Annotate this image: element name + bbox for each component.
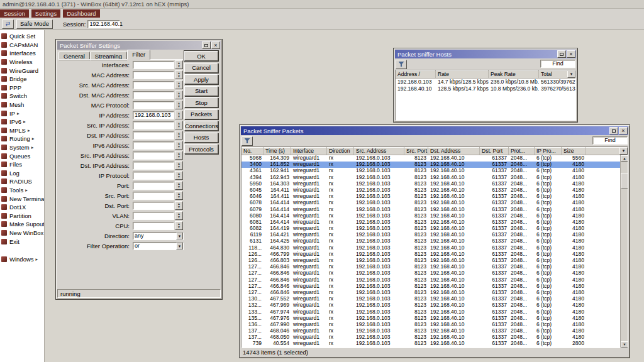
field-input[interactable]: ▼ — [133, 151, 174, 160]
field-input[interactable]: ▼ — [133, 61, 174, 69]
column-header-dst-port[interactable]: Dst. Port — [480, 147, 509, 155]
field-input[interactable]: ▼ — [133, 91, 174, 99]
sidebar-item[interactable]: System ▸ — [0, 143, 44, 152]
sidebar-item[interactable]: WireGuard ▸ — [0, 66, 44, 75]
sidebar-item[interactable]: PPP ▸ — [0, 84, 44, 92]
menu-item[interactable]: Session — [0, 9, 29, 18]
table-row[interactable]: 6078 164.414 wireguard1 rx 192.168.0.103… — [242, 200, 628, 206]
settings-button[interactable]: Connections — [184, 121, 218, 131]
table-row[interactable]: 739 40.554 wireguard1 rx 192.168.0.103 8… — [242, 341, 628, 347]
sidebar-item[interactable]: Wireless ▸ — [0, 58, 44, 67]
table-row[interactable]: 6119 164.421 wireguard1 rx 192.168.0.103… — [242, 232, 628, 238]
table-row[interactable]: 5968 164.309 wireguard1 rx 192.168.0.103… — [242, 155, 628, 162]
tab[interactable]: Filter — [127, 50, 150, 60]
table-row[interactable]: 6131 164.425 wireguard1 rx 192.168.0.103… — [242, 238, 628, 244]
column-header-address[interactable]: Address / — [396, 70, 436, 78]
sidebar-item[interactable]: Exit ▸ — [0, 237, 44, 246]
settings-button[interactable]: Protocols — [184, 144, 218, 154]
updown-toggle[interactable]: ▲ ▼ — [175, 111, 183, 119]
table-row[interactable]: 126... 466.803 wireguard1 rx 192.168.0.1… — [242, 258, 628, 264]
sidebar-item[interactable]: New Terminal ▸ — [0, 194, 44, 203]
sidebar-item[interactable]: Mesh ▸ — [0, 101, 44, 109]
updown-toggle[interactable]: ▲ ▼ — [175, 101, 183, 109]
updown-toggle[interactable]: ▲ ▼ — [175, 181, 183, 190]
updown-toggle[interactable]: ▲ ▼ — [175, 131, 183, 140]
column-header-src-address[interactable]: Src. Address — [354, 147, 404, 155]
field-input[interactable]: any ▼ — [133, 232, 184, 240]
field-input[interactable]: ▼ — [133, 222, 174, 230]
column-header-no[interactable]: No. — [242, 147, 264, 155]
column-header-peak-rate[interactable]: Peak Rate — [489, 70, 539, 78]
sidebar-item[interactable]: Tools ▸ — [0, 186, 44, 195]
table-row[interactable]: 136... 467.990 wireguard1 rx 192.168.0.1… — [242, 322, 628, 328]
column-header-direction[interactable]: Direction — [327, 147, 354, 155]
field-input[interactable]: ▼ — [133, 121, 174, 129]
table-row[interactable]: 6079 164.414 wireguard1 rx 192.168.0.103… — [242, 207, 628, 213]
scroll-down-button[interactable]: ▼ — [621, 341, 628, 348]
table-row[interactable]: 6081 164.414 wireguard1 rx 192.168.0.103… — [242, 219, 628, 226]
updown-toggle[interactable]: ▲ ▼ — [175, 90, 183, 99]
table-row[interactable]: 130... 467.552 wireguard1 rx 192.168.0.1… — [242, 296, 628, 302]
minimize-button[interactable] — [202, 41, 211, 49]
updown-toggle[interactable]: ▲ ▼ — [175, 70, 183, 79]
dropdown-arrow-icon[interactable]: ▼ — [176, 233, 183, 239]
settings-button[interactable]: Apply — [184, 74, 218, 84]
dropdown-arrow-icon[interactable]: ▼ — [176, 243, 183, 250]
table-row[interactable]: 132... 467.969 wireguard1 rx 192.168.0.1… — [242, 302, 628, 309]
table-row[interactable]: 127... 466.846 wireguard1 rx 192.168.0.1… — [242, 283, 628, 290]
find-input[interactable]: Find — [592, 136, 628, 145]
close-button[interactable]: × — [567, 50, 575, 58]
field-input[interactable]: ▼ — [133, 172, 174, 180]
menu-item[interactable]: Settings — [31, 9, 60, 18]
updown-toggle[interactable]: ▲ ▼ — [175, 201, 183, 210]
table-row[interactable]: 118... 464.830 wireguard1 rx 192.168.0.1… — [242, 245, 628, 251]
column-header-time[interactable]: Time (s) — [264, 147, 291, 155]
sidebar-item[interactable]: MPLS ▸ — [0, 126, 44, 135]
sidebar-item[interactable]: Dot1X ▸ — [0, 203, 44, 212]
updown-toggle[interactable]: ▲ ▼ — [175, 191, 183, 200]
field-input[interactable]: ▼ — [133, 182, 174, 190]
field-input[interactable]: 192.168.0.103 ▼ — [133, 111, 174, 119]
table-row[interactable]: 137... 468.046 wireguard1 rx 192.168.0.1… — [242, 328, 628, 334]
sidebar-item[interactable]: Partition ▸ — [0, 211, 44, 220]
field-input[interactable]: ▼ — [133, 101, 174, 109]
window-titlebar[interactable]: Packet Sniffer Packets × — [241, 126, 628, 135]
updown-toggle[interactable]: ▲ ▼ — [175, 161, 183, 170]
column-header-src-port[interactable]: Src. Port — [404, 147, 428, 155]
table-row[interactable]: 127... 466.846 wireguard1 rx 192.168.0.1… — [242, 270, 628, 277]
sidebar-item[interactable]: Routing ▸ — [0, 134, 44, 143]
column-header-protocol[interactable]: Prot... — [509, 147, 535, 155]
close-button[interactable]: × — [211, 41, 220, 49]
sidebar-item[interactable]: RADIUS ▸ — [0, 177, 44, 186]
sidebar-item[interactable]: IPv6 ▸ — [0, 118, 44, 126]
updown-toggle[interactable]: ▲ ▼ — [175, 80, 183, 89]
column-header-rate[interactable]: Rate — [436, 70, 489, 78]
field-input[interactable]: ▼ — [133, 212, 174, 220]
table-row[interactable]: 5950 164.303 wireguard1 rx 192.168.0.103… — [242, 181, 628, 187]
scroll-up-button[interactable]: ▲ — [621, 155, 628, 162]
menu-item[interactable]: Dashboard — [63, 9, 99, 18]
sidebar-item[interactable]: Interfaces ▸ — [0, 49, 44, 58]
field-input[interactable]: ▼ — [133, 71, 174, 79]
field-input[interactable]: ▼ — [133, 131, 174, 140]
scrollbar-thumb[interactable] — [621, 173, 628, 189]
settings-button[interactable]: Packets — [184, 109, 218, 119]
table-row[interactable]: 6082 164.419 wireguard1 rx 192.168.0.103… — [242, 226, 628, 232]
sidebar-item[interactable]: Windows ▸ — [0, 255, 44, 264]
table-row[interactable]: 6046 164.411 wireguard1 rx 192.168.0.103… — [242, 194, 628, 200]
table-row[interactable]: 137... 468.050 wireguard1 rx 192.168.0.1… — [242, 334, 628, 341]
settings-button[interactable]: Start — [184, 86, 218, 96]
field-input[interactable]: ▼ — [133, 202, 174, 210]
nav-arrows-button[interactable]: ⇄ — [2, 19, 14, 29]
column-selector-button[interactable]: ▼ — [567, 70, 575, 78]
table-row[interactable]: 126... 466.799 wireguard1 rx 192.168.0.1… — [242, 251, 628, 258]
column-header-ip-protocol[interactable]: IP Pro... — [535, 147, 562, 155]
window-titlebar[interactable]: Packet Sniffer Hosts × — [395, 50, 576, 58]
table-row[interactable]: 4361 162.941 wireguard1 rx 192.168.0.103… — [242, 168, 628, 174]
sidebar-item[interactable]: Make Supout.rif ▸ — [0, 220, 44, 229]
settings-button[interactable]: Hosts — [184, 133, 218, 143]
updown-toggle[interactable]: ▲ ▼ — [175, 211, 183, 220]
settings-button[interactable]: Stop — [184, 97, 218, 107]
sidebar-item[interactable]: New WinBox ▸ — [0, 229, 44, 238]
sidebar-item[interactable]: CAPsMAN ▸ — [0, 41, 44, 50]
